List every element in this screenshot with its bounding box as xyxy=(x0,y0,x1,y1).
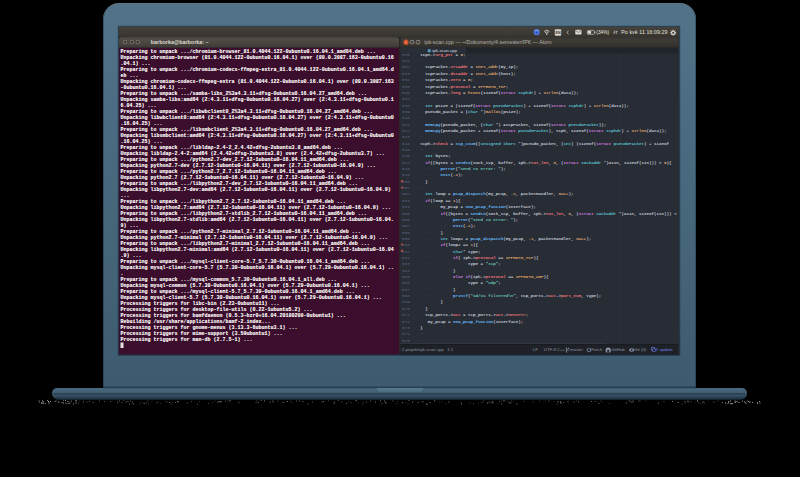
svg-text:EN: EN xyxy=(555,31,560,35)
